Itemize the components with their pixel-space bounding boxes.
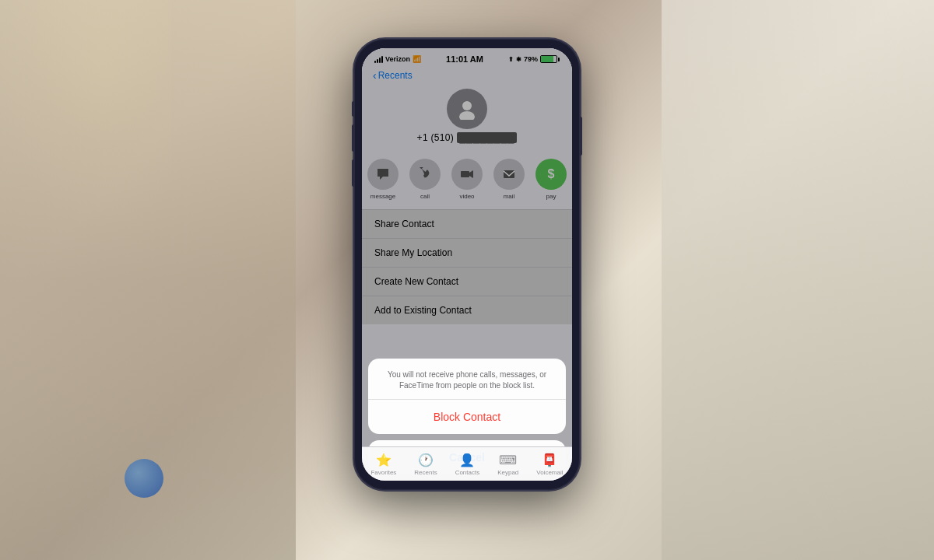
avatar	[447, 89, 487, 129]
action-video[interactable]: video	[451, 159, 483, 200]
status-bar: Verizon 📶 11:01 AM ⬆ ✱ 79%	[362, 48, 572, 67]
call-icon	[409, 159, 441, 190]
carrier-name: Verizon	[385, 55, 410, 63]
battery-body	[540, 55, 557, 63]
volume-up-button	[352, 124, 354, 152]
signal-bars	[374, 55, 383, 63]
recents-label: Recents	[414, 469, 437, 476]
volume-down-button	[352, 159, 354, 187]
menu-create-new-contact[interactable]: Create New Contact	[362, 268, 572, 296]
battery-percent: 79%	[524, 55, 538, 63]
nav-bar: ‹ Recents	[362, 67, 572, 86]
svg-rect-2	[461, 171, 469, 177]
menu-share-contact[interactable]: Share Contact	[362, 210, 572, 239]
svg-point-1	[459, 111, 475, 120]
tab-bar: ⭐ Favorites 🕐 Recents 👤 Contacts ⌨ Keypa…	[362, 446, 572, 481]
contact-header: +1 (510) ████████	[362, 86, 572, 152]
back-button[interactable]: ‹ Recents	[373, 70, 413, 81]
video-icon	[451, 159, 483, 190]
svg-rect-4	[504, 170, 514, 178]
scene-container: Verizon 📶 11:01 AM ⬆ ✱ 79%	[304, 23, 630, 537]
action-sheet-message: You will not receive phone calls, messag…	[368, 359, 566, 400]
menu-share-location[interactable]: Share My Location	[362, 239, 572, 268]
action-call[interactable]: call	[409, 159, 441, 200]
favorites-label: Favorites	[370, 469, 396, 476]
back-chevron-icon: ‹	[373, 70, 377, 81]
phone-frame: Verizon 📶 11:01 AM ⬆ ✱ 79%	[354, 39, 580, 490]
phone-prefix: +1 (510)	[417, 132, 454, 143]
action-message[interactable]: message	[367, 159, 399, 200]
pay-icon: $	[535, 159, 567, 190]
action-pay[interactable]: $ pay	[535, 159, 567, 200]
tab-voicemail[interactable]: 📮 Voicemail	[536, 453, 563, 476]
video-label: video	[459, 193, 474, 200]
voicemail-icon: 📮	[542, 453, 557, 467]
battery-indicator	[540, 55, 560, 63]
wifi-icon: 📶	[413, 55, 421, 63]
bg-decorative-ball	[125, 459, 163, 498]
tab-favorites[interactable]: ⭐ Favorites	[370, 453, 396, 476]
voicemail-label: Voicemail	[536, 469, 563, 476]
keypad-icon: ⌨	[499, 453, 517, 467]
phone-redacted: ████████	[457, 132, 518, 143]
power-button	[580, 117, 582, 156]
tab-recents[interactable]: 🕐 Recents	[414, 453, 437, 476]
message-icon	[367, 159, 399, 190]
tab-contacts[interactable]: 👤 Contacts	[455, 453, 480, 476]
phone-screen: Verizon 📶 11:01 AM ⬆ ✱ 79%	[362, 48, 572, 481]
battery-tip	[558, 58, 560, 61]
mail-label: mail	[504, 193, 515, 200]
contacts-label: Contacts	[455, 469, 480, 476]
status-right: ⬆ ✱ 79%	[508, 55, 560, 63]
status-left: Verizon 📶	[374, 55, 421, 63]
svg-marker-3	[469, 170, 473, 178]
contacts-icon: 👤	[459, 453, 475, 467]
person-icon	[456, 98, 478, 120]
status-time: 11:01 AM	[446, 54, 483, 64]
signal-bar-4	[381, 56, 383, 63]
phone-number: +1 (510) ████████	[417, 132, 518, 143]
bg-blur-right	[662, 0, 934, 560]
call-label: call	[420, 193, 430, 200]
keypad-label: Keypad	[497, 469, 518, 476]
bluetooth-icon: ✱	[516, 56, 521, 63]
block-contact-button[interactable]: Block Contact	[368, 400, 566, 434]
signal-bar-3	[379, 58, 381, 63]
favorites-icon: ⭐	[376, 453, 392, 467]
signal-bar-2	[377, 59, 378, 63]
action-buttons: message call	[362, 152, 572, 209]
location-icon: ⬆	[508, 56, 514, 63]
svg-point-0	[462, 101, 472, 110]
pay-label: pay	[546, 193, 557, 200]
message-label: message	[370, 193, 395, 200]
recents-icon: 🕐	[418, 453, 434, 467]
mute-button	[352, 101, 354, 117]
action-mail[interactable]: mail	[493, 159, 525, 200]
back-label: Recents	[378, 70, 413, 81]
action-sheet-card: You will not receive phone calls, messag…	[368, 359, 566, 434]
battery-fill	[541, 56, 553, 62]
menu-add-existing-contact[interactable]: Add to Existing Contact	[362, 296, 572, 324]
signal-bar-1	[374, 61, 376, 63]
menu-section: Share Contact Share My Location Create N…	[362, 209, 572, 324]
mail-icon	[493, 159, 525, 190]
tab-keypad[interactable]: ⌨ Keypad	[497, 453, 518, 476]
